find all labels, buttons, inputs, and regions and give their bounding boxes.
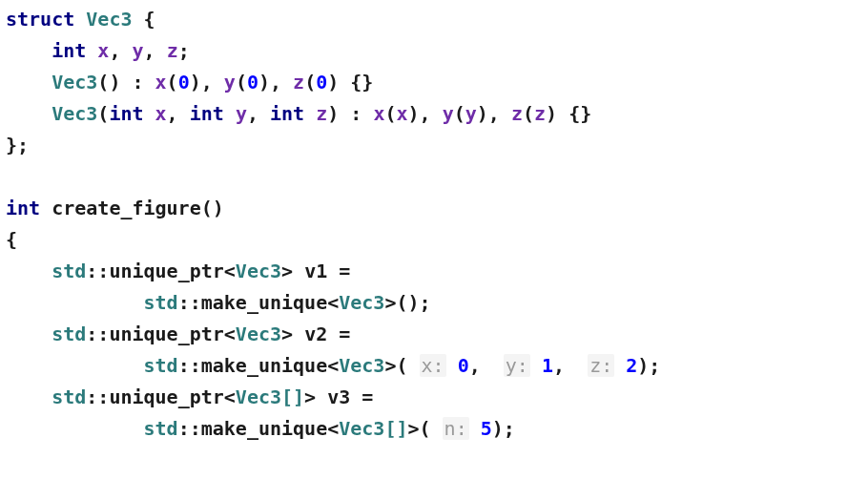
code-editor[interactable]: struct Vec3 { int x, y, z; Vec3() : x(0)… bbox=[0, 0, 868, 448]
line-13: std::unique_ptr<Vec3[]> v3 = bbox=[6, 385, 373, 408]
keyword-int: int bbox=[52, 39, 86, 62]
line-5: }; bbox=[6, 134, 29, 156]
var-v1: v1 bbox=[304, 260, 327, 282]
line-1: struct Vec3 { bbox=[6, 8, 155, 31]
fn-create-figure: create_figure bbox=[52, 197, 201, 219]
ctor-vec3-1: Vec3 bbox=[52, 102, 97, 125]
var-v2: v2 bbox=[304, 323, 327, 345]
param-hint-z: z: bbox=[588, 354, 614, 377]
var-v3: v3 bbox=[327, 385, 350, 408]
line-6-blank bbox=[6, 165, 17, 188]
line-10: std::make_unique<Vec3>(); bbox=[6, 291, 431, 314]
line-2: int x, y, z; bbox=[6, 39, 190, 62]
type-vec3: Vec3 bbox=[86, 8, 132, 31]
field-y: y bbox=[132, 39, 143, 62]
ctor-vec3-0: Vec3 bbox=[52, 71, 97, 94]
param-hint-x: x: bbox=[420, 354, 446, 377]
line-4: Vec3(int x, int y, int z) : x(x), y(y), … bbox=[6, 102, 591, 125]
field-z: z bbox=[167, 39, 178, 62]
line-12: std::make_unique<Vec3>( x: 0, y: 1, z: 2… bbox=[6, 354, 660, 377]
line-9: std::unique_ptr<Vec3> v1 = bbox=[6, 260, 350, 282]
param-hint-y: y: bbox=[504, 354, 530, 377]
brace-open: { bbox=[144, 8, 155, 31]
param-hint-n: n: bbox=[443, 417, 469, 440]
line-14: std::make_unique<Vec3[]>( n: 5); bbox=[6, 417, 515, 440]
line-7: int create_figure() bbox=[6, 197, 224, 219]
line-11: std::unique_ptr<Vec3> v2 = bbox=[6, 323, 350, 345]
keyword-struct: struct bbox=[6, 8, 74, 31]
line-3: Vec3() : x(0), y(0), z(0) {} bbox=[6, 71, 373, 94]
line-8: { bbox=[6, 228, 17, 251]
field-x: x bbox=[97, 39, 109, 62]
